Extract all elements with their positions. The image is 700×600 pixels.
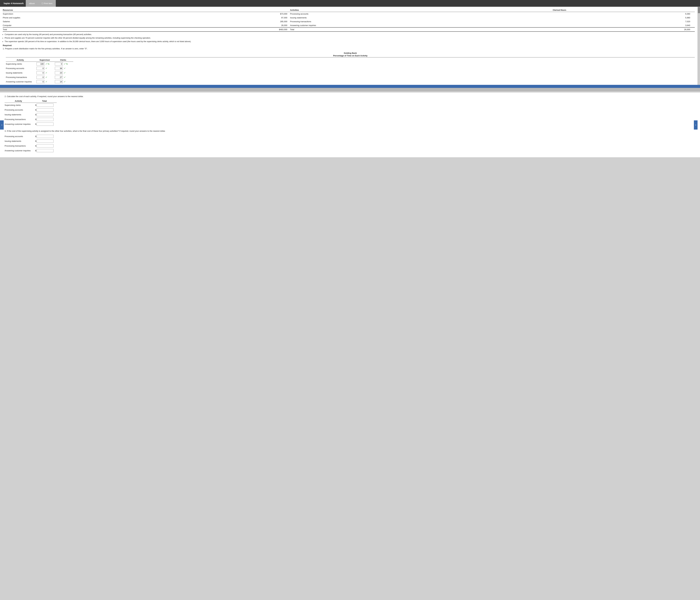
supervisor-input[interactable] — [36, 80, 45, 83]
matrix-supervisor-cell: ✓ — [36, 66, 55, 71]
clerks-input[interactable] — [55, 71, 63, 74]
nav-arrow-left[interactable]: ‹ — [0, 120, 4, 130]
clerks-input[interactable] — [55, 80, 63, 83]
resource-name: Total — [3, 27, 183, 31]
clerks-check: ✓ — [64, 80, 66, 83]
q2-table: Activity Total Supervising clerks $ Proc… — [5, 99, 57, 127]
q3-total-cell: $ — [35, 139, 55, 144]
q2-total-input[interactable] — [36, 118, 53, 121]
col-activities: Activities — [290, 8, 553, 12]
activity-name: Total — [290, 27, 553, 31]
matrix-row: Processing accounts ✓ ✓ — [6, 66, 73, 71]
q3-row: Processing accounts $ — [5, 134, 55, 139]
q3-total-input[interactable] — [36, 139, 53, 143]
col-clerks-header: Clerks — [55, 58, 73, 62]
matrix-subtitle: Percentage of Time on Each Activity — [6, 54, 695, 57]
q2-activity: Processing transactions — [5, 117, 35, 122]
matrix-table: Activity Supervisor Clerks Supervising c… — [6, 58, 73, 84]
percent-sign: % — [66, 63, 68, 65]
bullet-item: Computers are used only by the issuing (… — [5, 33, 695, 36]
clerical-hours: 26,000 — [553, 27, 695, 31]
q2-row: Answering customer inquiries $ — [5, 122, 57, 127]
col-clerical-hours: Clerical Hours — [553, 8, 695, 12]
resource-name: Supervision — [3, 12, 183, 16]
q2-total-input[interactable] — [36, 113, 53, 116]
resource-amount: 285,000 — [183, 20, 290, 23]
clerks-input[interactable] — [55, 62, 63, 66]
nav-arrow-right[interactable]: › — [694, 120, 698, 130]
dollar-sign: $ — [35, 140, 36, 142]
clerks-check: ✓ — [64, 63, 66, 65]
q2-activity: Issuing statements — [5, 112, 35, 117]
matrix-clerks-cell: ✓% — [55, 62, 73, 66]
matrix-activity: Answering customer inquiries — [6, 79, 36, 84]
matrix-title: Golding Bank — [6, 52, 695, 54]
page-title: hapter 4 Homework — [2, 2, 26, 5]
supervisor-check: ✓ — [46, 63, 47, 65]
q3-total-input[interactable] — [36, 135, 53, 138]
resource-amount: 97,000 — [183, 16, 290, 20]
resource-amount: $483,000 — [183, 27, 290, 31]
divider — [0, 88, 700, 91]
q3-row: Processing transactions $ — [5, 144, 55, 148]
matrix-activity: Supervising clerks — [6, 62, 36, 66]
q2-total-input[interactable] — [36, 108, 53, 111]
q2-activity: Answering customer inquiries — [5, 122, 35, 127]
supervisor-input[interactable] — [36, 67, 45, 70]
matrix-row: Answering customer inquiries ✓ ✓ — [6, 79, 73, 84]
q3-activity: Issuing statements — [5, 139, 35, 144]
bullet-list: Computers are used only by the issuing (… — [5, 33, 695, 43]
q3-total-input[interactable] — [36, 144, 53, 148]
q2-total-input[interactable] — [36, 123, 53, 126]
clerical-hours: 7,020 — [553, 20, 695, 23]
q3-total-input[interactable] — [36, 149, 53, 152]
matrix-supervisor-cell: ✓ — [36, 71, 55, 75]
clerical-hours: 9,360 — [553, 12, 695, 16]
q2-total-cell: $ — [35, 122, 57, 127]
q3-table: Processing accounts $ Issuing statements… — [5, 134, 55, 153]
print-item-tab[interactable]: ☐ Print Item — [38, 0, 56, 7]
supervisor-input[interactable] — [36, 62, 45, 66]
percent-sign: % — [48, 63, 50, 65]
supervisor-check: ✓ — [46, 72, 47, 74]
q3-total-cell: $ — [35, 134, 55, 139]
q2-total-cell: $ — [35, 112, 57, 117]
resource-row: Supervision $73,000 Processing accounts … — [3, 12, 695, 16]
resource-name: Computer — [3, 23, 183, 27]
q2-total-input[interactable] — [36, 104, 53, 107]
col-amount — [183, 8, 290, 12]
resource-row: Salaries 285,000 Processing transactions… — [3, 20, 695, 23]
activity-name: Processing transactions — [290, 20, 553, 23]
dollar-sign: $ — [35, 113, 36, 116]
clerks-input[interactable] — [55, 67, 63, 70]
ebook-tab[interactable]: eBook — [26, 0, 38, 7]
matrix-clerks-cell: ✓ — [55, 71, 73, 75]
resource-row: Total $483,000 Total 26,000 — [3, 27, 695, 31]
required-label: Required: — [3, 44, 695, 47]
q2-col-activity: Activity — [5, 99, 35, 103]
q2-total-cell: $ — [35, 103, 57, 108]
q3-activity: Answering customer inquiries — [5, 148, 35, 153]
q3-activity: Processing accounts — [5, 134, 35, 139]
q3-row: Issuing statements $ — [5, 139, 55, 144]
matrix-clerks-cell: ✓ — [55, 75, 73, 79]
q3-total-cell: $ — [35, 144, 55, 148]
scrollbar[interactable] — [698, 7, 700, 85]
matrix-activity: Issuing statements — [6, 71, 36, 75]
col-resources: Resources — [3, 8, 183, 12]
matrix-clerks-cell: ✓ — [55, 66, 73, 71]
q2-activity: Processing accounts — [5, 107, 35, 112]
resource-row: Computer 28,000 Answering customer inqui… — [3, 23, 695, 27]
q2-col-total: Total — [35, 99, 57, 103]
clerks-input[interactable] — [55, 76, 63, 79]
q2-row: Processing accounts $ — [5, 107, 57, 112]
matrix-row: Processing transactions ✓ ✓ — [6, 75, 73, 79]
bullet-item: Phone and supplies are 70 percent custom… — [5, 36, 695, 40]
q1-text: 1. Prepare a work distribution matrix fo… — [3, 48, 695, 50]
supervisor-input[interactable] — [36, 76, 45, 79]
top-bar: hapter 4 Homework eBook ☐ Print Item — [0, 0, 700, 7]
supervisor-check: ✓ — [46, 80, 47, 83]
matrix-activity: Processing transactions — [6, 75, 36, 79]
q2-total-cell: $ — [35, 117, 57, 122]
supervisor-input[interactable] — [36, 71, 45, 74]
